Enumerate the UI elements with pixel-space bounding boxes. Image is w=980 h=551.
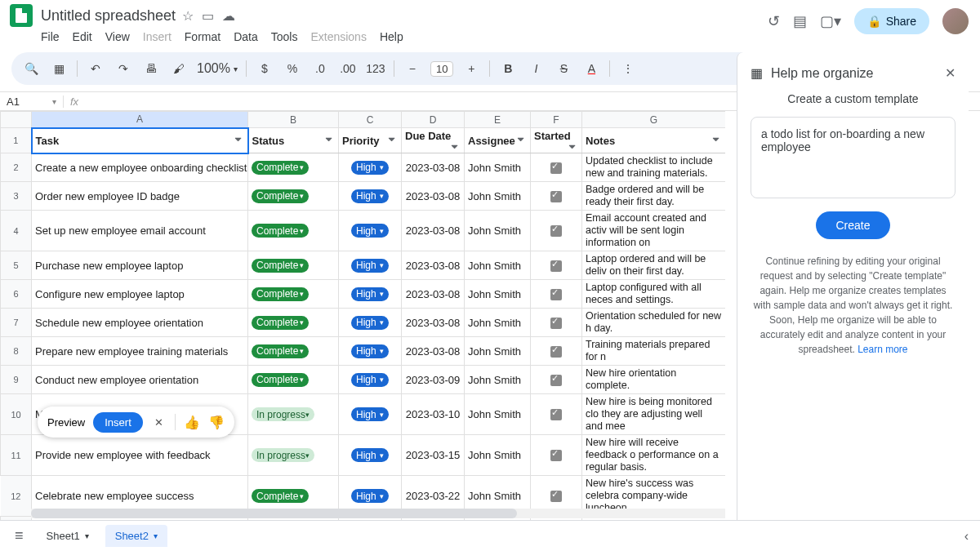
column-header[interactable]: B xyxy=(248,112,339,128)
status-chip[interactable]: Complete xyxy=(252,344,309,358)
column-header[interactable]: G xyxy=(582,112,726,128)
status-chip[interactable]: Complete xyxy=(252,189,309,203)
status-cell[interactable]: Complete xyxy=(248,153,339,182)
document-title[interactable]: Untitled spreadsheet xyxy=(41,7,176,24)
filter-icon[interactable]: ⏷ xyxy=(568,142,577,151)
explore-icon[interactable]: ‹ xyxy=(961,526,972,547)
menu-insert[interactable]: Insert xyxy=(143,30,172,43)
column-header[interactable]: C xyxy=(339,112,402,128)
priority-cell[interactable]: High xyxy=(339,153,402,182)
header-cell[interactable]: Priority⏷ xyxy=(339,128,402,153)
learn-more-link[interactable]: Learn more xyxy=(858,344,907,355)
row-header[interactable]: 12 xyxy=(1,476,32,517)
checkbox-icon[interactable] xyxy=(550,375,562,386)
menu-format[interactable]: Format xyxy=(185,30,220,43)
priority-chip[interactable]: High xyxy=(351,407,389,421)
row-header[interactable]: 1 xyxy=(1,128,32,153)
sheet-tab-2[interactable]: Sheet2▾ xyxy=(105,525,167,547)
status-chip[interactable]: Complete xyxy=(252,316,309,330)
menu-help[interactable]: Help xyxy=(380,30,403,43)
checkbox-icon[interactable] xyxy=(550,346,562,358)
task-cell[interactable]: Schedule new employee orientation xyxy=(32,309,248,337)
started-cell[interactable] xyxy=(531,182,582,211)
assignee-cell[interactable]: John Smith xyxy=(465,153,531,182)
assignee-cell[interactable]: John Smith xyxy=(465,182,531,211)
priority-cell[interactable]: High xyxy=(339,394,402,435)
notes-cell[interactable]: New hire orientation complete. xyxy=(582,366,726,394)
checkbox-icon[interactable] xyxy=(550,225,562,237)
priority-chip[interactable]: High xyxy=(351,489,389,503)
task-cell[interactable]: Create a new employee onboarding checkli… xyxy=(32,153,248,182)
create-button[interactable]: Create xyxy=(816,211,889,239)
priority-cell[interactable]: High xyxy=(339,366,402,394)
sheet-tab-1[interactable]: Sheet1▾ xyxy=(37,525,99,547)
status-cell[interactable]: Complete xyxy=(248,366,339,394)
prompt-input[interactable]: a todo list for on-boarding a new employ… xyxy=(751,117,956,198)
status-chip[interactable]: Complete xyxy=(252,489,309,503)
menu-file[interactable]: File xyxy=(41,30,60,43)
notes-cell[interactable]: New hire will receive feedback o perform… xyxy=(582,435,726,476)
priority-cell[interactable]: High xyxy=(339,337,402,366)
due-cell[interactable]: 2023-03-08 xyxy=(402,211,465,251)
filter-icon[interactable]: ⏷ xyxy=(388,135,396,144)
assignee-cell[interactable]: John Smith xyxy=(465,366,531,394)
priority-chip[interactable]: High xyxy=(351,287,389,301)
text-color-icon[interactable]: A xyxy=(581,62,601,75)
filter-icon[interactable]: ⏷ xyxy=(517,135,525,144)
assignee-cell[interactable]: John Smith xyxy=(465,337,531,366)
row-header[interactable]: 2 xyxy=(1,153,32,182)
checkbox-icon[interactable] xyxy=(550,191,562,202)
close-panel-icon[interactable]: ✕ xyxy=(945,65,956,81)
row-header[interactable]: 9 xyxy=(1,366,32,394)
percent-icon[interactable]: % xyxy=(283,62,302,75)
column-header[interactable]: D xyxy=(402,112,465,128)
font-size-input[interactable]: 10 xyxy=(430,61,453,77)
all-sheets-icon[interactable]: ≡ xyxy=(8,524,30,548)
star-icon[interactable]: ☆ xyxy=(182,8,194,24)
search-icon[interactable]: 🔍 xyxy=(21,62,41,75)
checkbox-icon[interactable] xyxy=(550,162,562,174)
account-avatar[interactable] xyxy=(942,8,969,34)
strikethrough-icon[interactable]: S xyxy=(554,62,573,75)
menu-edit[interactable]: Edit xyxy=(73,30,92,43)
status-chip[interactable]: Complete xyxy=(252,259,309,273)
task-cell[interactable]: Configure new employee laptop xyxy=(32,280,248,309)
menu-data[interactable]: Data xyxy=(234,30,258,43)
started-cell[interactable] xyxy=(531,153,582,182)
status-cell[interactable]: In progress xyxy=(248,435,339,476)
cloud-icon[interactable]: ☁ xyxy=(222,8,235,24)
assignee-cell[interactable]: John Smith xyxy=(465,394,531,435)
sheets-logo[interactable] xyxy=(10,4,33,27)
more-icon[interactable]: ⋮ xyxy=(618,62,638,75)
status-chip[interactable]: In progress xyxy=(252,448,314,462)
history-icon[interactable]: ↺ xyxy=(768,12,780,30)
undo-icon[interactable]: ↶ xyxy=(86,62,105,75)
priority-cell[interactable]: High xyxy=(339,309,402,337)
status-cell[interactable]: Complete xyxy=(248,337,339,366)
row-header[interactable]: 5 xyxy=(1,251,32,280)
row-header[interactable]: 3 xyxy=(1,182,32,211)
comments-icon[interactable]: ▤ xyxy=(793,12,807,30)
notes-cell[interactable]: New hire is being monitored clo they are… xyxy=(582,394,726,435)
thumbs-up-icon[interactable]: 👍 xyxy=(184,415,200,430)
started-cell[interactable] xyxy=(531,211,582,251)
status-cell[interactable]: In progress xyxy=(248,394,339,435)
due-cell[interactable]: 2023-03-08 xyxy=(402,309,465,337)
row-header[interactable]: 4 xyxy=(1,211,32,251)
menu-extensions[interactable]: Extensions xyxy=(310,30,366,43)
status-chip[interactable]: Complete xyxy=(252,287,309,301)
menu-view[interactable]: View xyxy=(105,30,130,43)
meet-icon[interactable]: ▢▾ xyxy=(820,12,841,30)
horizontal-scrollbar[interactable] xyxy=(31,509,725,518)
task-cell[interactable]: Set up new employee email account xyxy=(32,211,248,251)
close-icon[interactable]: ✕ xyxy=(151,416,167,429)
priority-chip[interactable]: High xyxy=(351,448,389,462)
move-icon[interactable]: ▭ xyxy=(202,8,214,24)
thumbs-down-icon[interactable]: 👎 xyxy=(208,415,225,430)
priority-chip[interactable]: High xyxy=(351,224,389,238)
assignee-cell[interactable]: John Smith xyxy=(465,435,531,476)
started-cell[interactable] xyxy=(531,435,582,476)
priority-chip[interactable]: High xyxy=(351,259,389,273)
assignee-cell[interactable]: John Smith xyxy=(465,280,531,309)
assignee-cell[interactable]: John Smith xyxy=(465,251,531,280)
